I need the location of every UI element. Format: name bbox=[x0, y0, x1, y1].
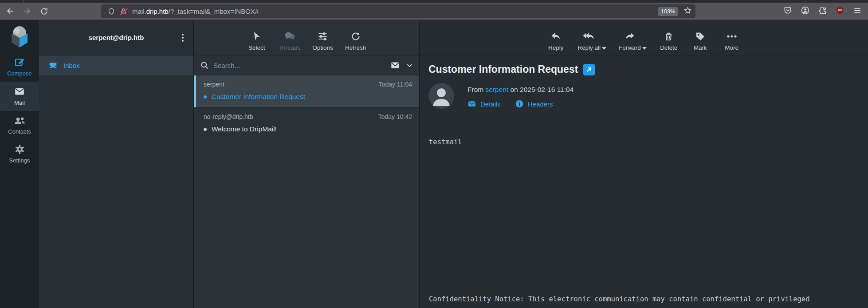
message-date: Today 11:04 bbox=[379, 81, 412, 88]
threads-button[interactable]: Threads bbox=[279, 31, 301, 51]
unread-dot-icon bbox=[204, 128, 207, 131]
envelope-icon bbox=[390, 60, 400, 70]
toolbar-label: Forward bbox=[619, 44, 641, 51]
toolbar-label: Delete bbox=[660, 44, 677, 51]
account-name: serpent@drip.htb bbox=[89, 34, 144, 41]
notice-line: Confidentiality Notice: This electronic … bbox=[429, 294, 822, 305]
forward-menu-caret[interactable] bbox=[642, 47, 647, 50]
external-link-icon bbox=[585, 66, 593, 73]
options-button[interactable]: Options bbox=[312, 31, 333, 51]
message-date: Today 10:42 bbox=[378, 113, 412, 120]
message-list-row[interactable]: no-reply@drip.htb Today 10:42 Welcome to… bbox=[194, 108, 419, 140]
search-icon bbox=[200, 61, 209, 70]
lock-broken-icon[interactable] bbox=[120, 8, 128, 16]
message-list-row[interactable]: serpent Today 11:04 Customer Information… bbox=[194, 75, 419, 108]
browser-chrome: mail.drip.htb/?_task=mail&_mbox=INBOX# 1… bbox=[0, 0, 868, 20]
toolbar-label: Select bbox=[248, 44, 265, 51]
options-icon bbox=[317, 31, 328, 42]
app-logo bbox=[7, 24, 32, 48]
reload-button[interactable] bbox=[37, 4, 51, 18]
reply-all-menu-caret[interactable] bbox=[602, 47, 606, 50]
sidebar-item-mail[interactable]: Mail bbox=[0, 82, 39, 111]
contacts-icon bbox=[14, 115, 26, 126]
message-toolbar: Reply Reply all Forward Delete Mark bbox=[420, 20, 868, 55]
sidebar-item-label: Mail bbox=[14, 99, 25, 106]
headers-link[interactable]: Headers bbox=[528, 100, 553, 108]
compose-icon bbox=[14, 57, 25, 68]
person-icon bbox=[428, 83, 454, 109]
open-in-new-window-button[interactable] bbox=[583, 64, 595, 75]
mail-icon bbox=[14, 86, 25, 97]
toolbar-label: Threads bbox=[279, 44, 301, 51]
back-button[interactable] bbox=[4, 4, 17, 18]
search-input[interactable] bbox=[213, 62, 386, 69]
mark-button[interactable]: Mark bbox=[691, 31, 710, 51]
message-sender: no-reply@drip.htb bbox=[204, 113, 253, 120]
message-view-subject: Customer Information Request bbox=[428, 63, 578, 75]
message-view-column: Reply Reply all Forward Delete Mark bbox=[420, 20, 868, 308]
cursor-icon bbox=[251, 31, 262, 42]
sidebar-item-contacts[interactable]: Contacts bbox=[0, 111, 39, 140]
message-subject: Customer Information Request bbox=[212, 93, 305, 101]
envelope-icon bbox=[467, 99, 476, 108]
reply-icon bbox=[550, 31, 562, 42]
forward-button[interactable] bbox=[20, 4, 34, 18]
account-button[interactable] bbox=[801, 6, 810, 17]
menu-button[interactable] bbox=[853, 6, 862, 17]
reply-button[interactable]: Reply bbox=[546, 31, 566, 51]
message-sender: serpent bbox=[204, 81, 224, 88]
webmail-app: Compose Mail Contacts Settings serpent@d… bbox=[0, 20, 868, 308]
folders-column: serpent@drip.htb Inbox bbox=[39, 20, 194, 308]
select-button[interactable]: Select bbox=[247, 31, 267, 51]
pocket-button[interactable] bbox=[783, 6, 792, 17]
toolbar-label: More bbox=[725, 44, 738, 51]
message-subject: Welcome to DripMail! bbox=[212, 125, 277, 133]
search-scope-control[interactable] bbox=[390, 60, 413, 70]
reply-all-icon bbox=[583, 31, 595, 42]
reply-all-button[interactable]: Reply all bbox=[577, 31, 601, 51]
sidebar-item-label: Contacts bbox=[8, 128, 31, 135]
browser-toolbar: mail.drip.htb/?_task=mail&_mbox=INBOX# 1… bbox=[0, 3, 868, 20]
email-body-text: testmail bbox=[429, 137, 462, 148]
delete-button[interactable]: Delete bbox=[659, 31, 679, 51]
account-header: serpent@drip.htb bbox=[39, 20, 193, 55]
toolbar-label: Reply bbox=[548, 44, 564, 51]
kebab-menu-button[interactable] bbox=[177, 32, 188, 43]
sidebar-item-compose[interactable]: Compose bbox=[0, 53, 39, 82]
sender-avatar bbox=[428, 83, 454, 109]
inbox-icon bbox=[48, 60, 58, 71]
email-footer-notice: Confidentiality Notice: This electronic … bbox=[429, 272, 822, 308]
zoom-level-badge[interactable]: 103% bbox=[658, 7, 678, 16]
toolbar-label: Refresh bbox=[345, 44, 366, 51]
folder-item-label: Inbox bbox=[63, 62, 80, 69]
trash-icon bbox=[664, 31, 674, 42]
task-nav-sidebar: Compose Mail Contacts Settings bbox=[0, 20, 39, 308]
extensions-button[interactable] bbox=[818, 6, 827, 17]
bookmark-star-icon[interactable] bbox=[683, 6, 692, 16]
sender-link[interactable]: serpent bbox=[485, 86, 508, 93]
unread-dot-icon bbox=[204, 95, 207, 99]
refresh-icon bbox=[350, 31, 361, 42]
toolbar-label: Options bbox=[312, 44, 333, 51]
threads-icon bbox=[284, 31, 295, 42]
svg-text:uO: uO bbox=[838, 8, 842, 12]
info-icon bbox=[515, 99, 524, 108]
forward-mail-icon bbox=[624, 31, 636, 42]
tag-icon bbox=[695, 31, 706, 42]
forward-icon bbox=[23, 7, 31, 16]
tracking-shield-icon[interactable] bbox=[107, 8, 115, 16]
date-text: on 2025-02-16 11:04 bbox=[511, 86, 574, 93]
list-toolbar: Select Threads Options Refresh bbox=[194, 20, 419, 55]
ublock-button[interactable]: uO bbox=[836, 6, 844, 17]
url-bar[interactable]: mail.drip.htb/?_task=mail&_mbox=INBOX# 1… bbox=[101, 4, 695, 18]
details-link[interactable]: Details bbox=[480, 100, 501, 108]
folder-item-inbox[interactable]: Inbox bbox=[39, 55, 193, 75]
toolbar-label: Reply all bbox=[577, 44, 601, 51]
refresh-button[interactable]: Refresh bbox=[345, 31, 366, 51]
url-text: mail.drip.htb/?_task=mail&_mbox=INBOX# bbox=[132, 8, 658, 15]
forward-button[interactable]: Forward bbox=[619, 31, 641, 51]
back-icon bbox=[6, 7, 15, 16]
browser-actions: uO bbox=[783, 3, 862, 20]
sidebar-item-settings[interactable]: Settings bbox=[0, 140, 39, 169]
more-button[interactable]: More bbox=[722, 31, 742, 51]
